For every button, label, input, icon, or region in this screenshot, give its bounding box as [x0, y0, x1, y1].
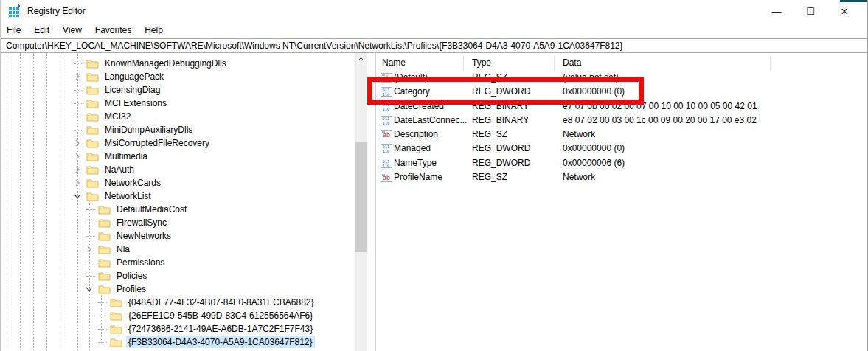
tree-connector	[74, 90, 83, 91]
menu-edit[interactable]: Edit	[28, 24, 57, 38]
folder-icon	[98, 257, 111, 268]
screen-edge-artifact	[840, 0, 867, 2]
tree-scrollbar[interactable]	[355, 53, 367, 351]
tree-item[interactable]: DefaultMediaCost	[1, 203, 355, 216]
column-header-data[interactable]: Data	[563, 58, 581, 68]
menu-favorites[interactable]: Favorites	[89, 24, 139, 38]
string-value-icon: ab	[381, 173, 392, 182]
tree-item-label: {048ADF77-4F32-4B07-84F0-8A31ECBA6882}	[126, 296, 316, 308]
folder-icon	[86, 151, 99, 161]
chevron-right-icon[interactable]	[72, 150, 83, 163]
menu-view[interactable]: View	[57, 24, 89, 38]
value-name: Description	[394, 129, 438, 139]
tree-connector	[74, 117, 83, 117]
menu-help[interactable]: Help	[139, 24, 170, 38]
tree-item[interactable]: LanguagePack	[1, 70, 355, 83]
tree-item[interactable]: NewNetworks	[1, 229, 355, 243]
tree-item[interactable]: MsiCorruptedFileRecovery	[1, 136, 355, 150]
tree-item-label-selected: {F3B33064-D4A3-4070-A5A9-1CA03647F812}	[126, 336, 315, 348]
tree-item-label: NaAuth	[103, 164, 136, 176]
menu-file[interactable]: File	[1, 24, 28, 38]
tree-item[interactable]: Nla	[1, 243, 355, 256]
tree-item[interactable]: {048ADF77-4F32-4B07-84F0-8A31ECBA6882}	[1, 296, 355, 309]
tree-item[interactable]: NetworkCards	[1, 176, 355, 190]
value-data: e8 07 02 00 03 00 1c 00 09 00 20 00 17 0…	[563, 115, 757, 125]
registry-path: Computer\HKEY_LOCAL_MACHINE\SOFTWARE\Mic…	[6, 41, 623, 51]
tree-item-label: NewNetworks	[114, 230, 173, 242]
chevron-right-icon[interactable]	[72, 163, 83, 176]
tree-item-label: {72473686-2141-49AE-A6DB-1A7C2F1F7F43}	[126, 323, 315, 335]
tree-item[interactable]: {26EFE1C9-545B-499D-83C4-612556564AF6}	[1, 309, 355, 322]
tree-item[interactable]: Profiles	[1, 282, 355, 296]
tree-item[interactable]: NetworkList	[1, 190, 355, 203]
column-separator[interactable]	[770, 56, 771, 71]
chevron-right-icon[interactable]	[83, 243, 95, 256]
value-data: Network	[563, 129, 595, 139]
tree-item[interactable]: Policies	[1, 269, 355, 282]
close-button[interactable]: ✕	[827, 0, 861, 22]
tree-connector	[98, 342, 107, 343]
tree-item[interactable]: Permissions	[1, 256, 355, 269]
chevron-down-icon[interactable]	[72, 190, 83, 203]
tree-item-label: MiniDumpAuxiliaryDlls	[103, 124, 195, 136]
scrollbar-thumb[interactable]	[355, 142, 367, 252]
folder-icon	[86, 85, 99, 95]
tree-item[interactable]: {72473686-2141-49AE-A6DB-1A7C2F1F7F43}	[1, 322, 355, 336]
red-highlight-annotation	[367, 77, 644, 105]
value-data: 0x00000000 (0)	[563, 143, 625, 153]
tree-item[interactable]: MCI32	[1, 110, 355, 123]
folder-icon	[110, 297, 122, 307]
scroll-up-icon[interactable]	[355, 53, 367, 66]
value-type: REG_DWORD	[472, 143, 530, 153]
tree-item[interactable]: {F3B33064-D4A3-4070-A5A9-1CA03647F812}	[1, 336, 355, 349]
tree-item-label: MCI32	[103, 111, 133, 122]
tree-item[interactable]: MCI Extensions	[1, 97, 355, 110]
chevron-right-icon[interactable]	[72, 70, 83, 83]
tree-item-label: Permissions	[114, 257, 167, 268]
minimize-button[interactable]: —	[760, 0, 794, 22]
folder-icon	[86, 72, 99, 82]
value-name: DateLastConnec...	[394, 115, 467, 125]
chevron-right-icon[interactable]	[72, 176, 83, 190]
svg-text:110: 110	[383, 163, 390, 167]
folder-icon	[98, 204, 111, 215]
column-header-name[interactable]: Name	[382, 58, 406, 68]
list-header: Name Type Data	[378, 56, 868, 71]
svg-text:110: 110	[383, 120, 390, 125]
tree-item-label: NetworkList	[103, 190, 153, 202]
column-separator[interactable]	[554, 56, 555, 71]
tree-connector	[74, 103, 83, 104]
value-row[interactable]: ab ProfileNameREG_SZNetwork	[378, 170, 868, 184]
value-row[interactable]: 011 110 NameTypeREG_DWORD0x00000006 (6)	[378, 156, 868, 170]
value-row[interactable]: ab DescriptionREG_SZNetwork	[378, 128, 868, 142]
value-row[interactable]: 011 110 ManagedREG_DWORD0x00000000 (0)	[378, 142, 868, 156]
value-row[interactable]: 011 110 DateLastConnec...REG_BINARYe8 07…	[378, 114, 868, 128]
registry-tree-pane: KnownManagedDebuggingDlls LanguagePack L…	[1, 53, 367, 351]
value-type: REG_SZ	[472, 172, 507, 182]
menu-bar: File Edit View Favorites Help	[1, 22, 867, 38]
tree-item[interactable]: MiniDumpAuxiliaryDlls	[1, 123, 355, 136]
tree-connector	[74, 63, 83, 64]
tree-item[interactable]: KnownManagedDebuggingDlls	[1, 57, 355, 70]
tree-item[interactable]: FirewallSync	[1, 216, 355, 229]
folder-icon	[110, 310, 122, 321]
tree-item-label: Policies	[114, 270, 149, 282]
value-type: REG_DWORD	[472, 158, 530, 168]
dword-value-icon: 011 110	[381, 144, 392, 153]
chevron-right-icon[interactable]	[72, 136, 83, 150]
tree-item[interactable]: LicensingDiag	[1, 83, 355, 97]
window-title: Registry Editor	[27, 6, 86, 16]
folder-icon	[86, 164, 99, 175]
tree-item[interactable]: NaAuth	[1, 163, 355, 176]
tree-item[interactable]: Multimedia	[1, 150, 355, 163]
value-name: NameType	[394, 158, 437, 168]
maximize-button[interactable]: ☐	[794, 0, 827, 22]
folder-icon	[86, 125, 99, 135]
column-separator[interactable]	[463, 56, 464, 71]
tree-connector	[86, 223, 95, 223]
value-data: Network	[563, 172, 595, 182]
column-header-type[interactable]: Type	[472, 58, 491, 68]
address-bar[interactable]: Computer\HKEY_LOCAL_MACHINE\SOFTWARE\Mic…	[1, 38, 868, 53]
folder-icon	[98, 231, 111, 241]
chevron-down-icon[interactable]	[83, 282, 95, 296]
